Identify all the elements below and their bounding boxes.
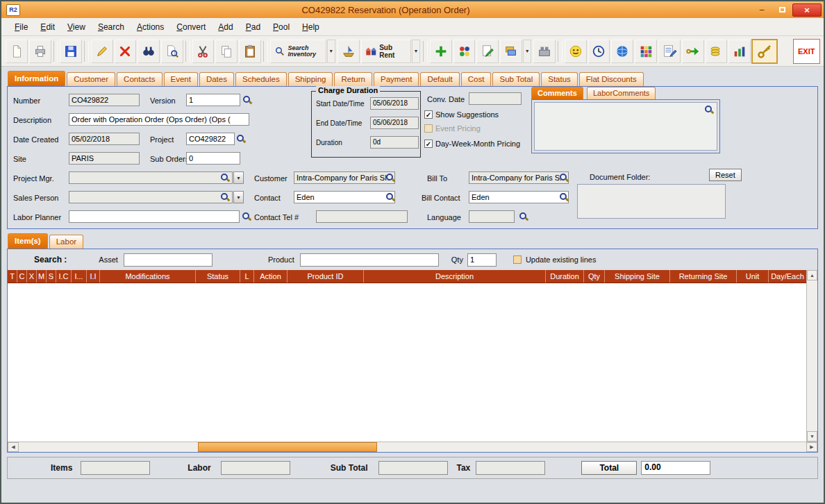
column-header[interactable]: T [8,270,17,283]
bill-contact-field[interactable]: Eden [469,191,569,203]
project-search-icon[interactable] [236,134,246,144]
currency-button[interactable] [706,40,728,63]
column-header[interactable]: Qty [584,270,605,283]
sub-rent-button[interactable]: Sub Rent [361,40,411,63]
column-header[interactable]: X [27,270,37,283]
contact-field[interactable]: Eden [294,191,395,203]
add-item-button[interactable] [430,40,452,63]
menu-edit[interactable]: Edit [34,20,61,34]
find-button[interactable] [138,40,160,63]
notes-button[interactable] [476,40,499,63]
day-week-month-checkbox[interactable]: ✓Day-Week-Month Pricing [424,140,520,148]
tab-labor[interactable]: Labor [49,235,83,249]
asset-input[interactable] [124,253,212,267]
column-header[interactable]: Action [254,270,288,283]
show-suggestions-checkbox[interactable]: ✓Show Suggestions [424,110,499,119]
tab-information[interactable]: Information [8,71,65,86]
column-header[interactable]: I... [72,270,87,283]
scroll-right-icon[interactable]: ▶ [806,442,817,452]
exit-button[interactable]: EXIT [793,39,820,64]
new-order-button[interactable] [6,40,28,63]
menu-help[interactable]: Help [296,20,326,34]
product-input[interactable] [300,253,439,267]
menu-pad[interactable]: Pad [240,20,267,34]
column-header[interactable]: Day/Each [769,270,806,283]
save-button[interactable] [60,40,82,63]
column-header[interactable]: I.I [87,270,100,283]
comments-search-icon[interactable] [704,105,714,115]
tab-event[interactable]: Event [164,72,198,86]
column-header[interactable]: S [47,270,56,283]
update-existing-checkbox[interactable] [513,255,522,264]
tab-status[interactable]: Status [541,72,578,86]
labor-planner-field[interactable] [69,210,240,223]
labor-planner-search-icon[interactable] [242,212,251,221]
reset-button[interactable]: Reset [709,169,742,181]
globe-button[interactable] [611,40,633,63]
cut-button[interactable] [192,40,215,63]
column-header[interactable]: Returning Site [670,270,737,283]
chart-button[interactable] [728,40,751,63]
transfer-button[interactable] [682,40,704,63]
menu-file[interactable]: File [8,20,34,34]
feedback-button[interactable] [565,40,587,63]
column-header[interactable]: Modifications [100,270,196,283]
sales-person-dropdown[interactable]: ▼ [233,191,244,203]
column-header[interactable]: Status [196,270,240,283]
comments-textarea[interactable] [534,102,717,151]
tab-customer[interactable]: Customer [67,72,115,86]
tab-flat-discounts[interactable]: Flat Discounts [579,72,644,86]
history-button[interactable] [588,40,610,63]
tab-schedules[interactable]: Schedules [235,72,287,86]
sub-orders-field[interactable]: 0 [186,152,240,165]
find-order-button[interactable] [161,40,183,63]
menu-actions[interactable]: Actions [131,20,170,34]
tab-items[interactable]: Item(s) [8,233,48,249]
column-header[interactable]: Shipping Site [605,270,670,283]
menu-add[interactable]: Add [212,20,239,34]
column-header[interactable]: Duration [546,270,584,283]
column-header[interactable]: M [37,270,47,283]
search-inventory-dropdown[interactable]: ▼ [327,40,335,63]
menu-search[interactable]: Search [92,20,131,34]
column-header[interactable]: C [17,270,27,283]
tab-return[interactable]: Return [334,72,372,86]
column-header[interactable]: Unit [737,270,769,283]
project-mgr-dropdown[interactable]: ▼ [233,171,244,184]
description-field[interactable]: Order with Operation Order (Ops Order) (… [69,113,249,126]
language-search-icon[interactable] [519,212,528,221]
maximize-button[interactable] [772,3,792,17]
wand-button[interactable] [751,39,778,64]
copy-button[interactable] [215,40,238,63]
tab-default[interactable]: Default [420,72,459,86]
paste-button[interactable] [239,40,261,63]
column-header[interactable]: I.C [56,270,72,283]
bill-to-search-icon[interactable] [559,173,569,183]
tab-payment[interactable]: Payment [374,72,419,86]
scroll-left-icon[interactable]: ◀ [8,442,19,452]
customer-search-icon[interactable] [385,173,395,183]
equipment-button[interactable] [533,40,556,63]
menu-pool[interactable]: Pool [267,20,296,34]
print-button[interactable] [29,40,51,63]
bill-contact-search-icon[interactable] [559,192,569,202]
project-field[interactable]: CO429822 [186,133,235,145]
delete-button[interactable] [115,40,137,63]
project-mgr-search-icon[interactable] [220,173,230,183]
cards-dropdown[interactable]: ▼ [523,40,531,63]
scroll-up-icon[interactable]: ▲ [807,270,817,280]
menu-convert[interactable]: Convert [170,20,212,34]
worksheet-button[interactable] [658,40,681,63]
sub-rent-dropdown[interactable]: ▼ [412,40,420,63]
menu-view[interactable]: View [61,20,92,34]
tab-shipping[interactable]: Shipping [288,72,333,86]
items-grid-body[interactable] [8,283,806,442]
tab-contacts[interactable]: Contacts [117,72,162,86]
cards-button[interactable] [500,40,522,63]
sales-person-search-icon[interactable] [220,192,230,202]
tab-dates[interactable]: Dates [199,72,234,86]
column-header[interactable]: Product ID [288,270,364,283]
scroll-down-icon[interactable]: ▼ [807,431,817,442]
column-header[interactable]: Description [364,270,546,283]
tab-comments[interactable]: Comments [531,87,583,99]
